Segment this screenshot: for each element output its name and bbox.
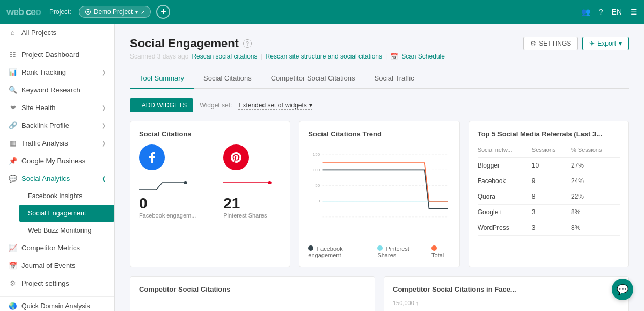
network-cell: WordPress <box>478 220 532 236</box>
sidebar-item-all-projects[interactable]: ⌂ All Projects <box>0 24 114 41</box>
social-citations-title: Social Citations <box>139 130 281 138</box>
search-icon: 🔍 <box>9 86 17 94</box>
sidebar-item-web-buzz-monitoring[interactable]: Web Buzz Monitoring <box>19 222 114 239</box>
quick-domain-analysis-label: Quick Domain Analysis <box>21 302 90 310</box>
svg-text:150: 150 <box>313 152 320 157</box>
add-project-button[interactable]: + <box>156 5 170 19</box>
chevron-down-icon-widget: ▾ <box>309 102 312 109</box>
menu-icon[interactable]: ☰ <box>631 8 638 16</box>
social-analytics-label: Social Analytics <box>21 175 70 183</box>
legend-total: Total <box>431 245 451 258</box>
legend-facebook: Facebook engagement <box>308 245 371 258</box>
sessions-cell: 3 <box>532 220 571 236</box>
pinterest-logo <box>223 144 249 170</box>
pct-sessions-cell: 27% <box>571 158 620 173</box>
lang-selector[interactable]: EN <box>612 8 622 16</box>
sessions-cell: 3 <box>532 205 571 220</box>
competitor-social-face-title: Competitor Social Citations in Face... <box>393 285 620 293</box>
total-legend-dot <box>431 245 437 251</box>
trend-widget: Social Citations Trend 150 100 50 0 <box>299 121 459 267</box>
svg-text:0: 0 <box>318 199 320 204</box>
sidebar-item-google-my-business[interactable]: 📌 Google My Business <box>0 152 114 170</box>
widget-set-selector[interactable]: Extended set of widgets ▾ <box>238 102 312 110</box>
trending-up-icon: 📈 <box>9 244 17 252</box>
settings-button[interactable]: ⚙ SETTINGS <box>523 37 578 50</box>
svg-text:100: 100 <box>313 168 320 172</box>
external-link-icon: ➚ <box>141 9 145 15</box>
sidebar-item-site-health[interactable]: ❤ Site Health ❯ <box>0 99 114 117</box>
rescan-link-1[interactable]: Rescan social citations <box>192 53 257 60</box>
referrals-table-body: Blogger 10 27% Facebook 9 24% Quora 8 22… <box>478 158 620 236</box>
heart-icon: ❤ <box>9 104 17 112</box>
network-cell: Google+ <box>478 205 532 220</box>
table-row: Facebook 9 24% <box>478 173 620 189</box>
tab-competitor-social-citations-label: Competitor Social Citations <box>271 74 355 82</box>
sessions-cell: 10 <box>532 158 571 173</box>
total-legend-label: Total <box>431 252 444 258</box>
sidebar-item-project-settings[interactable]: ⚙ Project settings <box>0 274 114 292</box>
backlink-profile-label: Backlink Profile <box>21 121 69 129</box>
facebook-icon <box>145 151 158 164</box>
main-content: Social Engagement ? ⚙ SETTINGS ✈ Export … <box>115 24 644 311</box>
trend-title: Social Citations Trend <box>308 130 450 138</box>
sidebar-item-project-dashboard[interactable]: ☷ Project Dashboard <box>0 46 114 63</box>
svg-point-3 <box>268 181 271 184</box>
col-network: Social netw... <box>478 144 532 158</box>
map-pin-icon: 📌 <box>9 157 17 165</box>
chevron-icon-2: ❯ <box>101 105 106 111</box>
tab-tool-summary[interactable]: Tool Summary <box>130 69 194 89</box>
svg-point-2 <box>184 181 187 184</box>
export-label: Export <box>597 40 616 47</box>
sidebar-item-social-engagement[interactable]: Social Engagement <box>19 205 114 222</box>
sidebar-item-facebook-insights[interactable]: Facebook Insights <box>19 187 114 205</box>
sidebar-sub-social: Facebook Insights Social Engagement Web … <box>0 187 114 239</box>
pct-sessions-cell: 8% <box>571 220 620 236</box>
rescan-link-2[interactable]: Rescan site structure and social citatio… <box>266 53 382 60</box>
help-icon[interactable]: ? <box>599 8 603 16</box>
message-circle-icon: 💬 <box>9 175 17 183</box>
facebook-legend-label: Facebook engagement <box>308 245 342 258</box>
export-icon: ✈ <box>589 40 595 47</box>
tab-social-citations[interactable]: Social Citations <box>194 69 261 89</box>
sidebar-item-keyword-research[interactable]: 🔍 Keyword Research <box>0 81 114 99</box>
chart-legend: Facebook engagement Pinterest Shares Tot… <box>308 245 450 258</box>
sidebar-item-journal-of-events[interactable]: 📅 Journal of Events <box>0 257 114 274</box>
calendar-icon: 📅 <box>9 262 17 270</box>
sidebar-bottom: 🌏 Quick Domain Analysis 📄 PDF Reports ❮ … <box>0 296 114 311</box>
traffic-analysis-label: Traffic Analysis <box>21 139 68 147</box>
tab-competitor-social-citations[interactable]: Competitor Social Citations <box>261 69 365 89</box>
sidebar-item-backlink-profile[interactable]: 🔗 Backlink Profile ❯ <box>0 117 114 134</box>
pct-sessions-cell: 24% <box>571 173 620 189</box>
sidebar-item-social-analytics[interactable]: 💬 Social Analytics ❮ <box>0 170 114 187</box>
sidebar-item-competitor-metrics[interactable]: 📈 Competitor Metrics <box>0 239 114 257</box>
project-selector[interactable]: Demo Project ▾ ➚ <box>79 6 151 18</box>
competitor-social-citations-title: Competitor Social Citations <box>139 285 366 293</box>
page-title: Social Engagement <box>130 37 239 50</box>
export-button[interactable]: ✈ Export ▾ <box>582 37 629 50</box>
pinterest-label: Pinterest Shares <box>223 212 267 219</box>
keyword-research-label: Keyword Research <box>21 86 80 94</box>
widgets-bar: + ADD WIDGETS Widget set: Extended set o… <box>130 98 629 112</box>
facebook-trend-chart <box>139 175 197 191</box>
users-icon[interactable]: 👥 <box>581 8 590 16</box>
scan-schedule-link[interactable]: Scan Schedule <box>401 53 445 60</box>
page-help-icon[interactable]: ? <box>243 39 252 48</box>
svg-point-1 <box>87 11 89 13</box>
chat-bubble[interactable]: 💬 <box>612 279 633 300</box>
facebook-label: Facebook engagem... <box>139 212 196 219</box>
network-cell: Quora <box>478 189 532 205</box>
project-label: Project: <box>49 8 71 16</box>
separator-1: | <box>260 53 262 60</box>
sidebar-item-quick-domain-analysis[interactable]: 🌏 Quick Domain Analysis <box>0 297 114 311</box>
chart-line-icon: 📊 <box>9 68 17 76</box>
project-settings-label: Project settings <box>21 279 69 287</box>
tab-social-traffic[interactable]: Social Traffic <box>364 69 423 89</box>
add-widgets-button[interactable]: + ADD WIDGETS <box>130 98 193 112</box>
project-icon <box>85 9 91 15</box>
sidebar-item-traffic-analysis[interactable]: ▦ Traffic Analysis ❯ <box>0 134 114 152</box>
journal-of-events-label: Journal of Events <box>21 262 75 270</box>
all-projects-label: All Projects <box>21 28 56 37</box>
chat-icon: 💬 <box>617 284 628 295</box>
sidebar-item-rank-tracking[interactable]: 📊 Rank Tracking ❯ <box>0 63 114 81</box>
tab-social-traffic-label: Social Traffic <box>374 74 414 82</box>
